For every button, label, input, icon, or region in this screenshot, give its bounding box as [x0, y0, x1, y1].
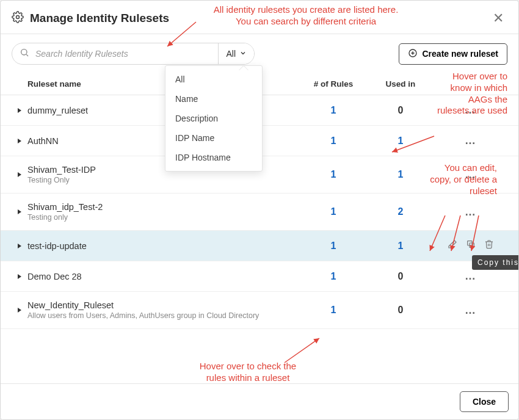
table-row: Shivam_idp_Test-2Testing only12…	[1, 194, 518, 231]
plus-circle-icon	[408, 48, 418, 60]
search-input[interactable]	[29, 45, 218, 62]
table-row: New_Identity_RulesetAllow users from Use…	[1, 292, 518, 329]
close-icon[interactable]: ✕	[489, 9, 507, 27]
toolbar: All All Name Description IDP Name IDP Ho…	[1, 34, 518, 73]
ruleset-name-cell: Demo Dec 28	[27, 272, 300, 281]
rules-count[interactable]: 1	[300, 169, 367, 180]
row-actions[interactable]: …	[434, 104, 507, 117]
more-icon[interactable]: …	[465, 304, 477, 317]
filter-option[interactable]: All	[165, 70, 262, 89]
row-actions[interactable]: …	[434, 134, 507, 147]
row-actions[interactable]: …	[434, 304, 507, 317]
search-wrap: All All Name Description IDP Name IDP Ho…	[12, 43, 255, 65]
ruleset-name: New_Identity_Ruleset	[27, 300, 300, 310]
rules-count[interactable]: 1	[300, 105, 367, 116]
col-used: Used in	[367, 79, 434, 89]
row-actions[interactable]: …	[434, 168, 507, 181]
used-in-count[interactable]: 2	[367, 206, 434, 217]
rules-count[interactable]: 1	[300, 241, 367, 252]
rules-count[interactable]: 1	[300, 305, 367, 316]
search-icon	[20, 48, 29, 60]
ruleset-name-cell: New_Identity_RulesetAllow users from Use…	[27, 300, 300, 320]
used-in-count: 0	[367, 305, 434, 316]
used-in-count[interactable]: 1	[367, 136, 434, 147]
row-actions[interactable]: …	[434, 270, 507, 283]
ruleset-desc: Testing Only	[27, 176, 300, 184]
ruleset-name-cell: test-idp-update	[27, 241, 300, 251]
filter-option[interactable]: IDP Hostname	[165, 148, 262, 167]
col-actions	[434, 79, 507, 89]
expand-toggle[interactable]	[12, 243, 27, 249]
filter-option[interactable]: IDP Name	[165, 128, 262, 148]
expand-toggle[interactable]	[12, 172, 27, 178]
expand-toggle[interactable]	[12, 307, 27, 313]
rules-count[interactable]: 1	[300, 136, 367, 147]
ruleset-name-cell: Shivam_idp_Test-2Testing only	[27, 202, 300, 222]
more-icon[interactable]: …	[465, 104, 477, 117]
ruleset-name: Shivam_idp_Test-2	[27, 202, 300, 212]
table-row: Demo Dec 2810…	[1, 261, 518, 292]
svg-line-13	[285, 338, 319, 363]
close-button[interactable]: Close	[460, 391, 509, 412]
tooltip: Copy this ruleset	[472, 255, 519, 270]
table-row: test-idp-update11Copy this ruleset	[1, 231, 518, 261]
edit-icon[interactable]	[448, 239, 457, 252]
row-actions[interactable]: …	[434, 206, 507, 219]
used-in-count: 0	[367, 105, 434, 116]
filter-option[interactable]: Name	[165, 89, 262, 109]
used-in-count[interactable]: 1	[367, 241, 434, 252]
more-icon[interactable]: …	[465, 134, 477, 147]
ruleset-desc: Allow users from Users, Admins, AuthUser…	[27, 311, 300, 320]
annotation-rules: Hover over to check the rules within a r…	[193, 361, 303, 384]
chevron-down-icon	[239, 49, 247, 59]
svg-line-2	[26, 54, 28, 56]
filter-dropdown: All Name Description IDP Name IDP Hostna…	[165, 65, 263, 172]
svg-point-0	[16, 16, 20, 19]
create-ruleset-button[interactable]: Create new ruleset	[399, 43, 508, 65]
more-icon[interactable]: …	[465, 168, 477, 181]
expand-toggle[interactable]	[12, 273, 27, 280]
gear-icon	[12, 11, 24, 26]
expand-toggle[interactable]	[12, 107, 27, 114]
ruleset-name: Demo Dec 28	[27, 272, 300, 281]
svg-point-1	[21, 49, 27, 55]
filter-label: All	[226, 49, 236, 59]
filter-dropdown-button[interactable]: All	[218, 43, 254, 64]
modal-header: Manage Identity Rulesets ✕	[1, 1, 518, 34]
expand-toggle[interactable]	[12, 138, 27, 144]
create-button-label: Create new ruleset	[423, 49, 499, 59]
expand-toggle[interactable]	[12, 209, 27, 215]
more-icon[interactable]: …	[465, 206, 477, 219]
col-rules: # of Rules	[300, 79, 367, 89]
modal-footer: Close	[1, 383, 518, 419]
row-actions[interactable]: Copy this ruleset	[434, 239, 507, 252]
ruleset-name: test-idp-update	[27, 241, 300, 251]
ruleset-desc: Testing only	[27, 213, 300, 222]
more-icon[interactable]: …	[465, 270, 477, 283]
used-in-count[interactable]: 1	[367, 169, 434, 180]
modal-title: Manage Identity Rulesets	[30, 12, 489, 25]
copy-icon[interactable]: Copy this ruleset	[466, 239, 476, 252]
delete-icon[interactable]	[484, 239, 494, 252]
rules-count[interactable]: 1	[300, 271, 367, 282]
rules-count[interactable]: 1	[300, 206, 367, 217]
filter-option[interactable]: Description	[165, 109, 262, 128]
used-in-count: 0	[367, 271, 434, 282]
